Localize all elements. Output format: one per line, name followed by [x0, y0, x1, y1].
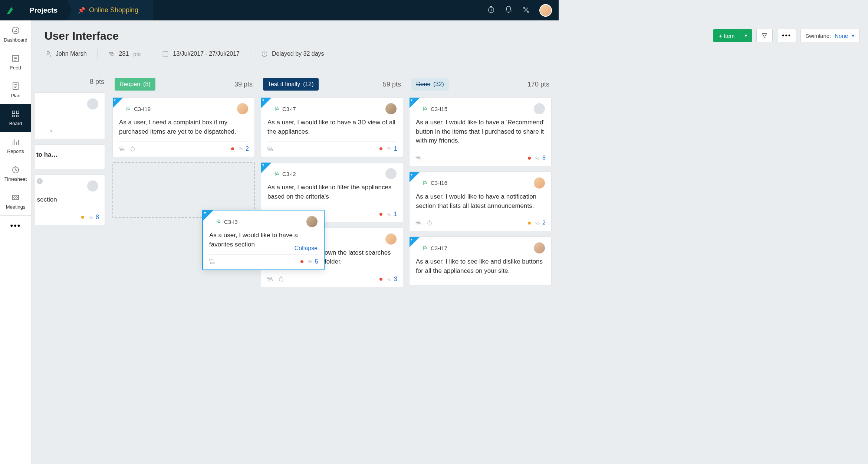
- card-id[interactable]: C3-I2: [274, 171, 296, 177]
- coins-icon: [386, 146, 392, 152]
- card-id[interactable]: C3-I19: [126, 106, 151, 112]
- priority-dot: [379, 147, 382, 150]
- priority-dot: [379, 278, 382, 281]
- page-content: User Interface John Marsh 281 pts 13/Jul…: [32, 20, 559, 299]
- clock-icon[interactable]: [487, 6, 495, 15]
- meta-owner[interactable]: John Marsh: [45, 50, 87, 58]
- meta-separator: [151, 49, 151, 59]
- subtask-icon[interactable]: [118, 146, 125, 152]
- sidebar-label: Reports: [7, 148, 24, 154]
- priority-dot: [81, 216, 84, 219]
- status-label-test[interactable]: Test it finally(12): [263, 78, 319, 91]
- nav-projects[interactable]: Projects: [20, 6, 67, 14]
- sidebar-item-feed[interactable]: Feed: [0, 48, 31, 76]
- stopwatch-icon: [261, 50, 268, 58]
- column-points: 39 pts: [234, 81, 253, 88]
- card-id[interactable]: C3-I3: [216, 219, 238, 225]
- coins-icon: [88, 214, 94, 220]
- points-badge: 5: [307, 258, 318, 265]
- meta-separator: [250, 49, 250, 59]
- meta-dates[interactable]: 13/Jul/2017 - 27/Jul/2017: [162, 50, 240, 58]
- card-id[interactable]: C3-I17: [423, 245, 447, 251]
- sidebar-item-reports[interactable]: Reports: [0, 132, 31, 160]
- coins-icon: [386, 211, 392, 217]
- owner-name: John Marsh: [56, 50, 87, 57]
- column-done: Done(32) 170 pts C3-I15 As a user, I wou…: [406, 78, 555, 299]
- subtask-icon[interactable]: [208, 258, 215, 265]
- assignee-avatar[interactable]: [385, 233, 397, 245]
- card[interactable]: C3-I19 As a user, I need a complaint box…: [112, 97, 255, 157]
- card-corner-toggle[interactable]: [113, 98, 123, 108]
- meta-points: 281 pts: [108, 50, 141, 58]
- flag-icon: [274, 171, 279, 176]
- user-avatar[interactable]: [539, 4, 552, 17]
- add-icon[interactable]: +: [37, 178, 43, 184]
- app-logo[interactable]: [0, 0, 20, 20]
- card[interactable]: C3-I7 As a user, I would like to have a …: [261, 97, 403, 157]
- assignee-avatar[interactable]: [534, 177, 545, 189]
- status-label-reopen[interactable]: Reopen(8): [115, 78, 155, 91]
- points-badge: 2: [238, 146, 249, 152]
- card[interactable]: would like to ha…: [35, 144, 105, 170]
- assignee-avatar[interactable]: [87, 98, 98, 110]
- bell-icon[interactable]: [504, 6, 513, 15]
- status-label-done[interactable]: Done(32): [411, 78, 449, 91]
- card-corner-toggle[interactable]: [203, 210, 213, 221]
- subtask-icon[interactable]: [415, 220, 422, 226]
- assignee-avatar[interactable]: [534, 242, 545, 254]
- subtask-icon[interactable]: [267, 146, 273, 152]
- coins-icon: [108, 50, 115, 58]
- subtask-icon[interactable]: [267, 276, 273, 282]
- coins-icon: [535, 220, 540, 226]
- card-id[interactable]: C3-I7: [274, 106, 296, 112]
- sidebar-more[interactable]: •••: [0, 215, 31, 236]
- assignee-avatar[interactable]: [385, 103, 397, 114]
- assignee-avatar[interactable]: [237, 103, 248, 114]
- card[interactable]: C3-I15 As a user, I would like to have a…: [409, 97, 552, 166]
- sidebar-item-dashboard[interactable]: Dashboard: [0, 20, 31, 48]
- card-text: As a user, I would like to have a 'Recom…: [416, 118, 545, 146]
- assignee-avatar[interactable]: [385, 168, 397, 179]
- coins-icon: [535, 155, 540, 161]
- svg-rect-26: [267, 147, 272, 148]
- assignee-avatar[interactable]: [306, 216, 318, 227]
- stopwatch-icon[interactable]: [278, 276, 285, 282]
- calendar-icon: [162, 50, 169, 58]
- column-points: 170 pts: [527, 81, 549, 88]
- stopwatch-icon[interactable]: [426, 220, 433, 226]
- card[interactable]: C3-I16 As a user, I would like to have a…: [409, 171, 552, 231]
- subtask-icon[interactable]: [415, 155, 422, 161]
- sidebar-item-board[interactable]: Board: [0, 104, 31, 132]
- card-corner-toggle[interactable]: [410, 98, 420, 108]
- stopwatch-icon[interactable]: [129, 146, 136, 152]
- breadcrumb-label: Online Shopping: [89, 6, 138, 14]
- card[interactable]: C3-I17 As a user, I like to see like and…: [409, 236, 552, 285]
- sidebar-label: Plan: [11, 93, 20, 98]
- card-corner-toggle[interactable]: [261, 163, 272, 173]
- card-corner-toggle[interactable]: [410, 172, 420, 182]
- assignee-avatar[interactable]: [534, 103, 545, 114]
- svg-rect-7: [16, 111, 19, 114]
- card-id[interactable]: C3-I15: [423, 106, 447, 112]
- topbar: Projects 📌 Online Shopping: [0, 0, 559, 20]
- card-corner-toggle[interactable]: [261, 98, 272, 108]
- sidebar-item-meetings[interactable]: Meetings: [0, 187, 31, 215]
- collapse-link[interactable]: Collapse: [295, 245, 318, 252]
- sidebar-label: Feed: [10, 65, 21, 71]
- flag-icon: [423, 180, 428, 186]
- page-meta: John Marsh 281 pts 13/Jul/2017 - 27/Jul/…: [45, 49, 559, 59]
- card[interactable]: rts •: [35, 92, 105, 139]
- sidebar-item-plan[interactable]: Plan: [0, 76, 31, 104]
- card-dragging[interactable]: C3-I3 As a user, I would like to have a …: [202, 210, 325, 270]
- svg-rect-46: [209, 260, 213, 261]
- card-id[interactable]: C3-I16: [423, 180, 447, 186]
- coins-icon: [386, 276, 392, 282]
- breadcrumb[interactable]: 📌 Online Shopping: [67, 0, 153, 20]
- sidebar-item-timesheet[interactable]: Timesheet: [0, 160, 31, 187]
- tools-icon[interactable]: [522, 6, 530, 15]
- assignee-avatar[interactable]: [87, 180, 98, 192]
- svg-rect-27: [269, 150, 273, 151]
- card-corner-toggle[interactable]: [410, 237, 420, 247]
- card[interactable]: + or favorites section 8: [35, 174, 105, 225]
- pin-icon: 📌: [78, 7, 85, 14]
